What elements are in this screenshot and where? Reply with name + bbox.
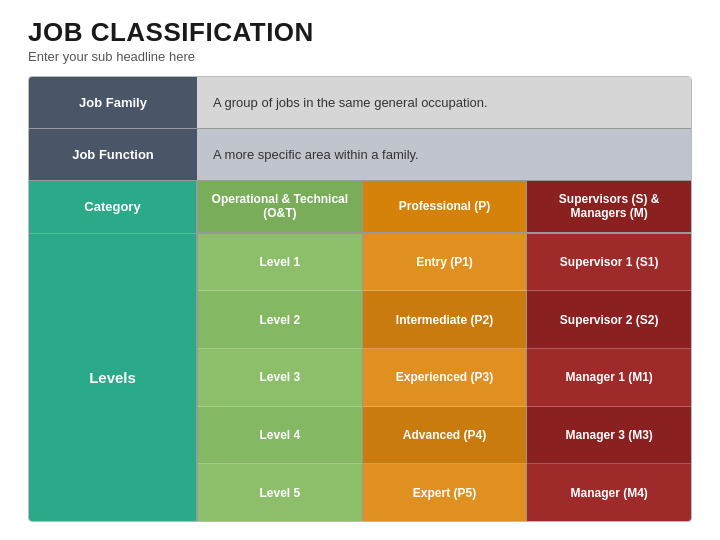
- job-family-label: Job Family: [29, 77, 197, 128]
- row-levels: Levels Level 1Level 2Level 3Level 4Level…: [29, 234, 691, 521]
- level-cell: Experienced (P3): [363, 349, 527, 407]
- row-category: Category Operational & Technical (O&T) P…: [29, 181, 691, 234]
- level-cell: Level 2: [198, 291, 362, 349]
- level-cell: Entry (P1): [363, 234, 527, 292]
- job-function-desc: A more specific area within a family.: [197, 129, 691, 180]
- level-cell: Manager 3 (M3): [527, 407, 691, 465]
- level-cell: Level 3: [198, 349, 362, 407]
- levels-col-p: Entry (P1)Intermediate (P2)Experienced (…: [362, 234, 527, 521]
- category-col-ot: Operational & Technical (O&T): [197, 181, 362, 233]
- category-sm-label: Supervisors (S) & Managers (M): [527, 181, 691, 233]
- category-p-label: Professional (P): [363, 181, 527, 233]
- category-col-p: Professional (P): [362, 181, 527, 233]
- level-cell: Supervisor 2 (S2): [527, 291, 691, 349]
- row-job-function: Job Function A more specific area within…: [29, 129, 691, 181]
- page-subtitle: Enter your sub headline here: [28, 49, 692, 64]
- page-title: JOB CLASSIFICATION: [28, 18, 692, 47]
- level-cell: Advanced (P4): [363, 407, 527, 465]
- row-job-family: Job Family A group of jobs in the same g…: [29, 77, 691, 129]
- job-family-desc: A group of jobs in the same general occu…: [197, 77, 691, 128]
- levels-col-ot: Level 1Level 2Level 3Level 4Level 5: [197, 234, 362, 521]
- job-function-label: Job Function: [29, 129, 197, 180]
- category-col-sm: Supervisors (S) & Managers (M): [526, 181, 691, 233]
- category-ot-label: Operational & Technical (O&T): [198, 181, 362, 233]
- level-cell: Manager (M4): [527, 464, 691, 521]
- level-cell: Supervisor 1 (S1): [527, 234, 691, 292]
- level-cell: Level 1: [198, 234, 362, 292]
- classification-table: Job Family A group of jobs in the same g…: [28, 76, 692, 522]
- levels-columns: Level 1Level 2Level 3Level 4Level 5 Entr…: [197, 234, 691, 521]
- level-cell: Expert (P5): [363, 464, 527, 521]
- level-cell: Level 4: [198, 407, 362, 465]
- category-label: Category: [29, 181, 197, 233]
- level-cell: Level 5: [198, 464, 362, 521]
- page: JOB CLASSIFICATION Enter your sub headli…: [0, 0, 720, 540]
- level-cell: Manager 1 (M1): [527, 349, 691, 407]
- level-cell: Intermediate (P2): [363, 291, 527, 349]
- levels-label: Levels: [29, 234, 197, 521]
- levels-col-sm: Supervisor 1 (S1)Supervisor 2 (S2)Manage…: [526, 234, 691, 521]
